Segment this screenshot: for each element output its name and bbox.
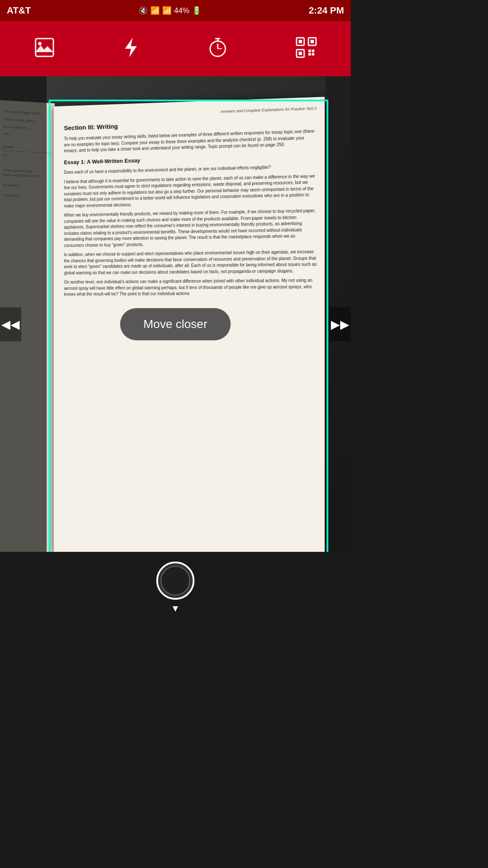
paragraph-2: I believe that although it is essential …: [64, 173, 317, 209]
svg-rect-14: [299, 52, 302, 55]
battery-icon: 🔋: [192, 6, 201, 15]
wifi-icon: 📶: [150, 6, 160, 15]
time-label: 2:24 PM: [309, 5, 344, 16]
right-arrow-icon: ▶▶: [331, 317, 349, 331]
move-closer-overlay[interactable]: Move closer: [120, 308, 231, 340]
svg-rect-16: [312, 50, 314, 52]
status-icons: 🔇 📶 📶 44% 🔋: [139, 6, 201, 15]
bottom-bar: ▼: [0, 552, 351, 624]
svg-marker-3: [125, 38, 137, 57]
silent-icon: 🔇: [139, 6, 148, 15]
section-intro: To help you evaluate your essay writing …: [64, 128, 317, 154]
svg-rect-18: [312, 53, 314, 56]
carrier-label: AT&T: [7, 5, 31, 16]
flash-icon: [122, 37, 139, 61]
timer-icon: [207, 37, 228, 61]
paragraph-4: In addition, when we choose to support a…: [64, 249, 317, 276]
svg-point-2: [38, 42, 42, 45]
camera-view: The percentage count That it cannot coun…: [0, 76, 351, 572]
qr-button[interactable]: [292, 33, 320, 64]
bottom-arrow-icon: ▼: [171, 603, 180, 614]
shutter-inner: [161, 566, 190, 595]
signal-icon: 📶: [162, 6, 172, 15]
nav-left-button[interactable]: ◀◀: [0, 307, 21, 341]
timer-button[interactable]: [204, 33, 232, 64]
paragraph-5: On another level, one individual's actio…: [64, 278, 317, 298]
svg-rect-10: [299, 40, 302, 43]
nav-right-button[interactable]: ▶▶: [330, 307, 351, 341]
book-content: Answers and Complete Explanations for Pr…: [64, 106, 317, 298]
flash-button[interactable]: [119, 33, 143, 64]
status-bar: AT&T 🔇 📶 📶 44% 🔋 2:24 PM: [0, 0, 351, 21]
svg-rect-12: [311, 40, 314, 43]
toolbar: [0, 21, 351, 76]
qr-icon: [296, 37, 317, 61]
battery-label: 44%: [174, 6, 189, 15]
move-closer-label: Move closer: [144, 317, 208, 331]
paragraph-3: When we buy environmentally friendly pro…: [64, 208, 317, 248]
shutter-button[interactable]: [156, 562, 194, 600]
svg-rect-17: [308, 53, 311, 56]
svg-rect-15: [308, 50, 311, 52]
gallery-icon: [34, 37, 55, 61]
left-arrow-icon: ◀◀: [1, 317, 20, 331]
svg-rect-0: [36, 39, 53, 56]
svg-marker-1: [36, 45, 53, 52]
gallery-button[interactable]: [30, 33, 58, 64]
